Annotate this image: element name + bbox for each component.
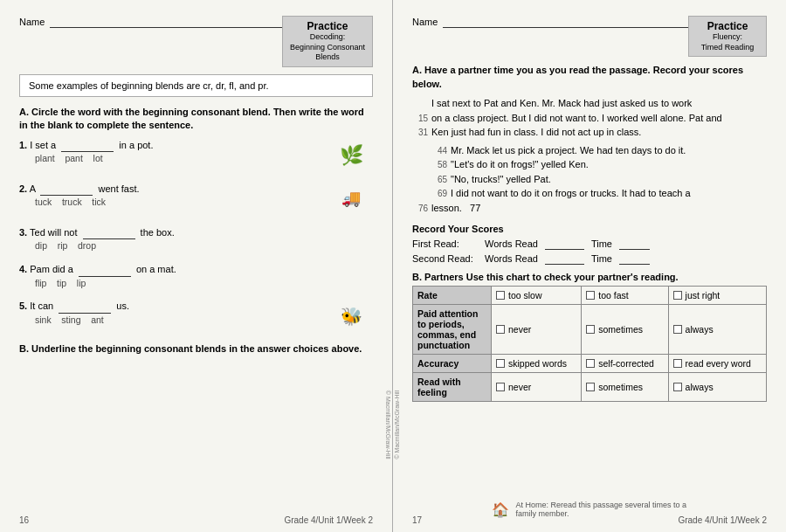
time-label-1: Time [591, 238, 612, 249]
passage-text-5: "Let's do it on frogs!" yelled Ken. [451, 157, 589, 172]
ex3-after: the box. [141, 227, 175, 238]
partners-section: B. Partners Use this chart to check your… [412, 272, 767, 402]
left-page: Name Practice Decoding: Beginning Conson… [0, 0, 393, 532]
passage-text-3: Ken just had fun in class. I did not act… [431, 125, 641, 140]
checkbox-punct-1[interactable] [496, 325, 505, 334]
checkbox-acc-1[interactable] [496, 359, 505, 368]
checkbox-feel-1[interactable] [496, 383, 505, 391]
section-b-desc: Use this chart to check your partner's r… [466, 272, 679, 282]
accuracy-col1: skipped words [492, 355, 582, 373]
passage-line-7: 69 I did not want to do it on frogs or t… [431, 186, 767, 201]
left-header: Name Practice Decoding: Beginning Conson… [19, 16, 373, 67]
house-icon: 🏠 [492, 501, 509, 518]
ex5-number: 5. [19, 301, 27, 311]
right-header: Name Practice Fluency: Timed Reading [412, 16, 767, 57]
linenum-3: 31 [412, 126, 428, 139]
checkbox-acc-2[interactable] [586, 359, 595, 368]
words-read-blank-1[interactable] [545, 238, 584, 250]
feeling-text-3: always [686, 382, 714, 392]
second-read-row: Second Read: Words Read Time [412, 252, 767, 265]
rate-col3: just right [668, 287, 766, 305]
accuracy-text-3: read every word [686, 358, 751, 369]
time-blank-2[interactable] [619, 252, 650, 265]
passage-text-2: on a class project. But I did not want t… [431, 111, 722, 126]
ex5-after: us. [116, 301, 129, 311]
checkbox-feel-3[interactable] [673, 383, 682, 391]
section-b-left: B. Underline the beginning consonant ble… [19, 342, 373, 356]
page-footer-label-left: Grade 4/Unit 1/Week 2 [284, 515, 373, 525]
partners-table: Rate too slow too fast just right Paid a… [412, 286, 767, 402]
punct-text-3: always [686, 324, 714, 335]
punct-text-2: sometimes [598, 324, 643, 335]
ex1-after: in a pot. [119, 140, 153, 150]
right-page: Name Practice Fluency: Timed Reading A. … [393, 0, 786, 532]
examples-box: Some examples of beginning blends are cr… [19, 74, 373, 97]
ex4-number: 4. [19, 264, 27, 274]
ex3-text: Ted will not [30, 227, 79, 238]
passage-line-5: 58 "Let's do it on frogs!" yelled Ken. [431, 157, 767, 172]
time-label-2: Time [591, 253, 612, 264]
ex2-after: went fast. [99, 183, 140, 194]
checkbox-punct-2[interactable] [586, 325, 595, 334]
words-read-blank-2[interactable] [545, 252, 584, 265]
name-field-left: Name [19, 16, 282, 28]
practice-title-left: Practice [290, 20, 365, 32]
passage-line-4: 44 Mr. Mack let us pick a project. We ha… [431, 143, 767, 158]
feeling-text-2: sometimes [598, 382, 643, 392]
first-read-row: First Read: Words Read Time [412, 238, 767, 250]
exercise-5: 5. It can us. sink sting ant 🐝 [19, 299, 373, 334]
punct-col3: always [668, 305, 766, 355]
practice-subtitle-right: Fluency: Timed Reading [696, 32, 759, 52]
ex1-number: 1. [19, 140, 27, 150]
passage-section: A. Have a partner time you as you read t… [412, 64, 767, 215]
ex5-illustration: 🐝 [329, 299, 373, 334]
linenum-8: 76 [412, 202, 428, 215]
rate-text-1: too slow [508, 290, 542, 301]
section-b-label: B. Partners [412, 272, 464, 282]
passage-line-6: 65 "No, trucks!" yelled Pat. [431, 172, 767, 187]
checkbox-rate-3[interactable] [673, 291, 682, 300]
punct-col2: sometimes [582, 305, 668, 355]
ex2-number: 2. [19, 183, 27, 194]
passage-text-6: "No, trucks!" yelled Pat. [451, 172, 551, 187]
checkbox-acc-3[interactable] [673, 359, 682, 368]
ex5-choices: sink sting ant [35, 314, 322, 328]
feeling-label: Read with feeling [413, 373, 492, 402]
linenum-6: 65 [431, 173, 447, 186]
table-row-rate: Rate too slow too fast just right [413, 287, 767, 305]
passage-line-8: 76 lesson. 77 [412, 201, 767, 216]
ex4-blank[interactable] [79, 276, 131, 277]
name-underline-right[interactable] [443, 16, 688, 28]
words-read-label-2: Words Read [485, 253, 538, 264]
rate-col1: too slow [492, 287, 582, 305]
checkbox-rate-1[interactable] [496, 291, 505, 300]
name-underline-left[interactable] [50, 16, 282, 28]
ex2-choices: tuck truck tick [35, 196, 322, 210]
checkbox-punct-3[interactable] [673, 325, 682, 334]
linenum-5: 58 [431, 158, 447, 171]
punct-label: Paid attention to periods, commas, end p… [413, 305, 492, 355]
feeling-text-1: never [508, 382, 531, 392]
rate-text-2: too fast [598, 290, 628, 301]
passage-text-7: I did not want to do it on frogs or truc… [451, 186, 691, 201]
exercise-4: 4. Pam did a on a mat. flip tip lip [19, 262, 373, 290]
feeling-col3: always [668, 373, 766, 402]
record-section: Record Your Scores First Read: Words Rea… [412, 224, 767, 265]
checkbox-rate-2[interactable] [586, 291, 595, 300]
practice-box-left: Practice Decoding: Beginning Consonant B… [282, 16, 373, 67]
at-home-text: At Home: Reread this passage several tim… [516, 501, 688, 518]
passage-lines: I sat next to Pat and Ken. Mr. Mack had … [412, 96, 767, 215]
accuracy-label: Accuracy [413, 355, 492, 373]
copyright-right: © Macmillan/McGraw-Hill [394, 390, 400, 459]
time-blank-1[interactable] [619, 238, 650, 250]
punct-col1: never [492, 305, 582, 355]
checkbox-feel-2[interactable] [586, 383, 595, 391]
passage-line-1: I sat next to Pat and Ken. Mr. Mack had … [431, 96, 767, 111]
feeling-col1: never [492, 373, 582, 402]
feeling-col2: sometimes [582, 373, 668, 402]
page-footer-right: 17 🏠 At Home: Reread this passage severa… [393, 515, 786, 525]
passage-text-1: I sat next to Pat and Ken. Mr. Mack had … [431, 96, 692, 111]
ex1-illustration: 🌿 [329, 138, 373, 173]
table-row-accuracy: Accuracy skipped words self-corrected re… [413, 355, 767, 373]
punct-text-1: never [508, 324, 531, 335]
